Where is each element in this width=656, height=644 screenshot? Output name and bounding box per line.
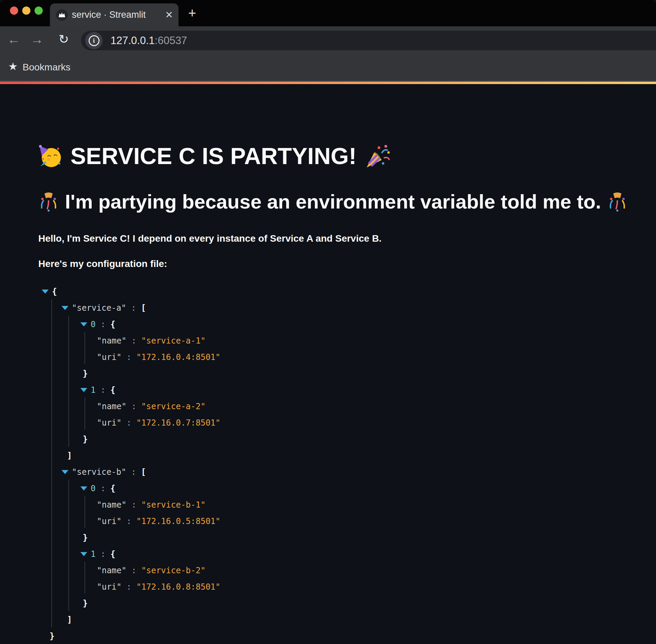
json-row: ]	[38, 612, 656, 628]
json-token: "service-b-1"	[141, 500, 206, 510]
collapse-triangle-icon[interactable]	[62, 306, 68, 310]
json-token: "uri"	[97, 352, 121, 362]
streamlit-crown-icon	[58, 12, 65, 18]
json-row: "name" : "service-a-1"	[38, 333, 656, 349]
collapse-triangle-icon[interactable]	[80, 388, 87, 392]
partying-face-emoji	[38, 144, 63, 169]
json-token: :	[127, 500, 141, 510]
json-token: {	[110, 320, 115, 329]
collapse-triangle-icon[interactable]	[42, 290, 49, 294]
json-token: 1	[91, 385, 95, 395]
json-row: "name" : "service-b-2"	[38, 562, 656, 579]
json-token: :	[95, 484, 110, 493]
json-token: :	[126, 467, 141, 477]
tab-close-icon[interactable]: ✕	[165, 3, 173, 26]
json-tree: {"service-a" : [0 : {"name" : "service-a…	[38, 283, 656, 644]
json-token: "172.16.0.7:8501"	[136, 418, 221, 428]
json-token: :	[95, 385, 110, 395]
browser-toolbar: ← → ↻ i 127.0.0.1:60537	[0, 26, 656, 54]
confetti-ball-emoji-left	[38, 191, 59, 212]
bookmarks-label[interactable]: Bookmarks	[23, 54, 70, 81]
json-row: "service-a" : [	[38, 300, 656, 316]
bookmark-star-icon[interactable]: ★	[8, 54, 18, 81]
json-token: "uri"	[97, 418, 121, 428]
json-token: :	[121, 418, 136, 428]
forward-button[interactable]: →	[27, 26, 47, 54]
new-tab-button[interactable]: +	[185, 3, 200, 23]
json-token: :	[127, 566, 141, 575]
json-token: "172.16.0.5:8501"	[136, 516, 221, 526]
json-row: {	[38, 283, 656, 300]
json-row: 0 : {	[38, 316, 656, 333]
json-token: 0	[91, 484, 95, 493]
site-info-button[interactable]: i	[85, 32, 103, 49]
json-token: :	[121, 516, 136, 526]
collapse-triangle-icon[interactable]	[80, 486, 87, 491]
json-token: 1	[91, 549, 95, 559]
streamlit-decoration-gradient	[0, 82, 656, 84]
url-port: :60537	[155, 35, 187, 46]
json-row: }	[38, 529, 656, 546]
json-token: }	[50, 631, 54, 641]
json-token: "name"	[97, 566, 127, 575]
json-row: }	[38, 431, 656, 447]
browser-tab[interactable]: service · Streamlit ✕	[50, 3, 179, 26]
url-text[interactable]: 127.0.0.1:60537	[110, 31, 187, 50]
collapse-triangle-icon[interactable]	[62, 470, 68, 474]
json-token: "name"	[97, 336, 127, 346]
minimize-window-button[interactable]	[22, 6, 30, 15]
json-token: }	[83, 599, 88, 608]
json-token: {	[110, 549, 115, 559]
json-token: :	[121, 352, 136, 362]
json-token: "service-a"	[72, 303, 126, 313]
json-token: :	[127, 402, 141, 411]
page-title: SERVICE C IS PARTYING!	[38, 142, 656, 171]
json-token: {	[52, 287, 57, 296]
page-subtitle-text: I'm partying because an environment vari…	[65, 190, 601, 214]
json-token: }	[83, 369, 88, 378]
json-token: }	[83, 434, 88, 444]
json-row: 1 : {	[38, 546, 656, 562]
browser-window: service · Streamlit ✕ + ← → ↻ i 127.0.0.…	[0, 0, 656, 644]
json-row: }	[38, 365, 656, 382]
collapse-triangle-icon[interactable]	[80, 322, 87, 326]
json-token: :	[121, 582, 136, 592]
close-window-button[interactable]	[10, 6, 18, 15]
json-token: [	[141, 467, 146, 477]
info-icon: i	[89, 35, 100, 46]
collapse-triangle-icon[interactable]	[80, 552, 87, 556]
json-row: "uri" : "172.16.0.8:8501"	[38, 579, 656, 595]
back-button[interactable]: ←	[4, 26, 23, 54]
json-token: [	[141, 303, 146, 313]
json-row: }	[38, 628, 656, 644]
json-token: }	[83, 533, 88, 542]
json-token: {	[110, 484, 115, 493]
json-token: :	[126, 303, 141, 313]
json-token: "name"	[97, 500, 127, 510]
json-token: "172.16.0.4:8501"	[136, 352, 221, 362]
json-row: "name" : "service-a-2"	[38, 398, 656, 415]
json-token: ]	[67, 451, 72, 460]
address-bar[interactable]: i 127.0.0.1:60537	[81, 31, 656, 50]
json-token: "uri"	[97, 582, 121, 592]
json-token: "service-b-2"	[141, 566, 206, 575]
json-token: "172.16.0.8:8501"	[136, 582, 221, 592]
page-subtitle: I'm partying because an environment vari…	[38, 190, 656, 214]
url-host: 127.0.0.1	[110, 35, 155, 46]
bookmarks-bar: ★ Bookmarks	[0, 54, 656, 81]
json-row: "uri" : "172.16.0.5:8501"	[38, 513, 656, 529]
reload-button[interactable]: ↻	[54, 26, 73, 54]
json-token: "service-a-1"	[141, 336, 206, 346]
streamlit-favicon	[56, 9, 68, 21]
json-row: "uri" : "172.16.0.4:8501"	[38, 349, 656, 365]
confetti-ball-emoji-right	[607, 191, 628, 212]
json-token: :	[127, 336, 141, 346]
tab-strip: service · Streamlit ✕ +	[0, 0, 656, 26]
page-title-text: SERVICE C IS PARTYING!	[70, 142, 356, 171]
intro-text: Hello, I'm Service C! I depend on every …	[38, 233, 656, 244]
fullscreen-window-button[interactable]	[35, 6, 43, 15]
json-row: "name" : "service-b-1"	[38, 497, 656, 513]
json-row: ]	[38, 447, 656, 464]
json-token: "name"	[97, 402, 127, 411]
streamlit-app: SERVICE C IS PARTYING!	[0, 84, 656, 644]
